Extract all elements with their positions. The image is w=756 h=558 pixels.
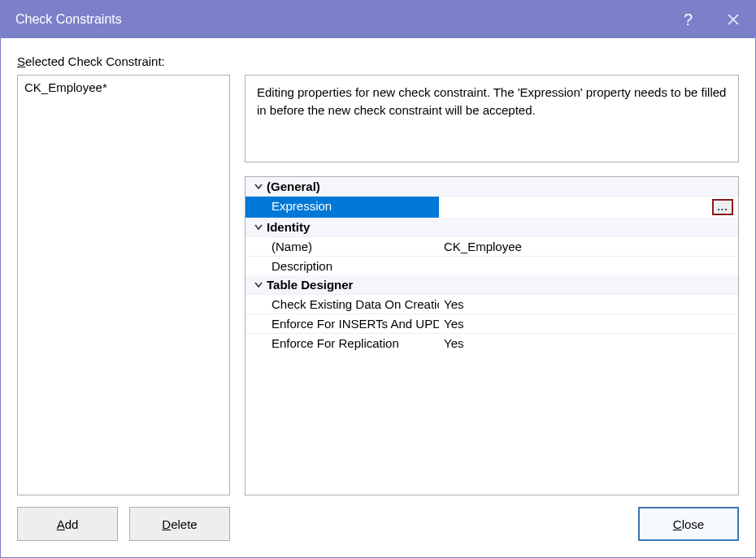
chevron-down-icon[interactable]: [250, 182, 267, 192]
property-key: Check Existing Data On Creation Or Re-En…: [245, 295, 439, 314]
ellipsis-button[interactable]: ...: [712, 199, 733, 215]
property-value[interactable]: Yes: [439, 314, 738, 333]
add-button[interactable]: Add: [17, 507, 118, 541]
help-button[interactable]: ?: [666, 1, 710, 38]
category-name: Identity: [267, 220, 310, 234]
chevron-down-icon[interactable]: [250, 280, 267, 290]
dialog-body: Selected Check Constraint: CK_Employee* …: [1, 38, 755, 557]
dialog-window: Check Constraints ? Selected Check Const…: [0, 0, 756, 558]
category-name: Table Designer: [267, 278, 353, 292]
question-icon: ?: [684, 11, 693, 29]
close-window-button[interactable]: [710, 1, 755, 38]
close-button[interactable]: Close: [638, 507, 739, 541]
footer-row: Close: [245, 507, 739, 541]
property-category-header[interactable]: (General): [245, 177, 738, 196]
property-category-header[interactable]: Identity: [245, 218, 738, 236]
main-row: CK_Employee* Add Delete Editing properti…: [17, 75, 739, 541]
property-key: Enforce For Replication: [245, 334, 439, 353]
property-value[interactable]: ...: [439, 197, 738, 218]
property-value[interactable]: CK_Employee: [439, 237, 738, 256]
property-key: (Name): [245, 237, 439, 256]
titlebar: Check Constraints ?: [1, 1, 755, 38]
property-value[interactable]: [439, 257, 738, 275]
list-buttons: Add Delete: [17, 507, 230, 541]
property-key: Description: [245, 257, 439, 275]
close-icon: [728, 14, 739, 25]
property-value[interactable]: Yes: [439, 334, 738, 353]
property-key: Expression: [245, 197, 439, 218]
selected-constraint-label: Selected Check Constraint:: [17, 54, 739, 68]
delete-button[interactable]: Delete: [129, 507, 230, 541]
property-row[interactable]: Expression...: [245, 196, 738, 218]
left-panel: CK_Employee* Add Delete: [17, 75, 230, 541]
titlebar-buttons: ?: [666, 1, 755, 38]
property-category-header[interactable]: Table Designer: [245, 275, 738, 294]
property-row[interactable]: Description: [245, 256, 738, 275]
property-value[interactable]: Yes: [439, 295, 738, 314]
property-row[interactable]: Check Existing Data On Creation Or Re-En…: [245, 294, 738, 314]
category-name: (General): [267, 180, 320, 193]
property-row[interactable]: Enforce For ReplicationYes: [245, 333, 738, 353]
description-box: Editing properties for new check constra…: [245, 75, 739, 162]
right-panel: Editing properties for new check constra…: [245, 75, 739, 541]
property-grid[interactable]: (General)Expression...Identity(Name)CK_E…: [245, 176, 739, 495]
list-item[interactable]: CK_Employee*: [24, 79, 223, 96]
chevron-down-icon[interactable]: [250, 223, 267, 232]
titlebar-title: Check Constraints: [15, 12, 666, 27]
property-row[interactable]: (Name)CK_Employee: [245, 236, 738, 256]
property-row[interactable]: Enforce For INSERTs And UPDATEsYes: [245, 314, 738, 333]
constraint-listbox[interactable]: CK_Employee*: [17, 75, 230, 495]
property-key: Enforce For INSERTs And UPDATEs: [245, 314, 439, 333]
